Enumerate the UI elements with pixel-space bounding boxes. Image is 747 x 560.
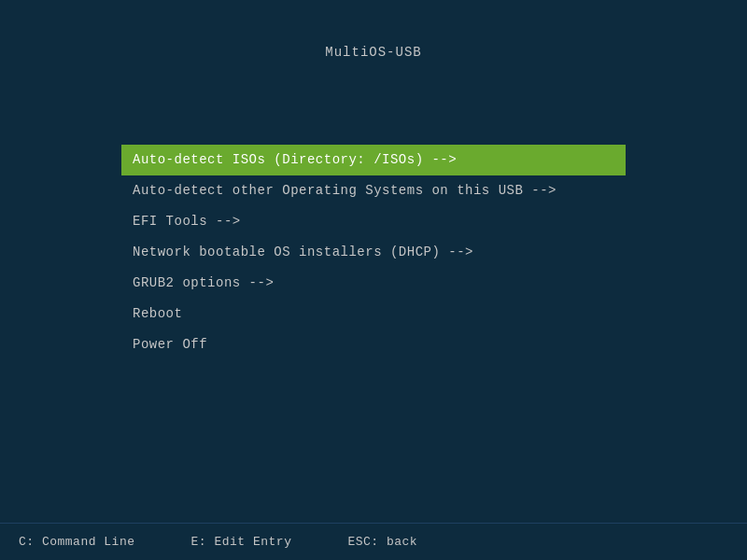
footer-item-2: ESC: back [347,535,417,549]
app-title: MultiOS-USB [0,0,747,78]
footer-bar: C: Command LineE: Edit EntryESC: back [0,523,747,560]
menu-item-3[interactable]: Network bootable OS installers (DHCP) --… [121,237,626,268]
menu-item-0[interactable]: Auto-detect ISOs (Directory: /ISOs) --> [121,145,626,175]
menu-item-5[interactable]: Reboot [121,299,626,329]
footer-item-1: E: Edit Entry [191,535,292,549]
menu-container: Auto-detect ISOs (Directory: /ISOs) -->A… [121,145,626,360]
menu-item-2[interactable]: EFI Tools --> [121,206,626,237]
menu-item-4[interactable]: GRUB2 options --> [121,268,626,299]
menu-item-6[interactable]: Power Off [121,329,626,360]
footer-item-0: C: Command Line [19,535,135,549]
menu-item-1[interactable]: Auto-detect other Operating Systems on t… [121,175,626,206]
